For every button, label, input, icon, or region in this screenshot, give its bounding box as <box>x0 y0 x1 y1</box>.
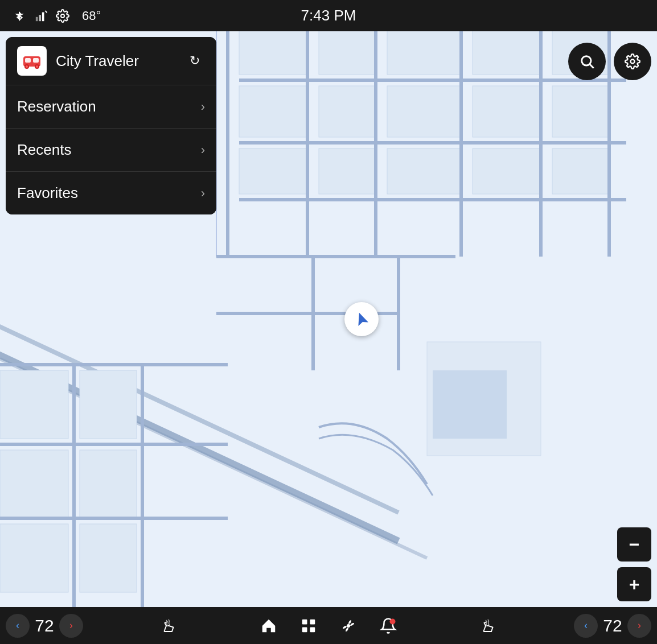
svg-point-61 <box>631 60 635 64</box>
reservation-label: Reservation <box>17 98 96 115</box>
left-temp-increase-button[interactable]: › <box>59 614 83 638</box>
svg-point-66 <box>347 624 350 627</box>
svg-rect-2 <box>42 12 44 21</box>
svg-rect-1 <box>39 15 41 21</box>
left-temp-decrease-button[interactable]: ‹ <box>6 614 30 638</box>
svg-rect-37 <box>80 450 137 518</box>
svg-rect-35 <box>80 370 137 439</box>
svg-rect-19 <box>473 148 541 194</box>
svg-rect-36 <box>0 450 68 518</box>
svg-rect-11 <box>239 86 307 137</box>
notification-icon[interactable] <box>374 612 403 640</box>
svg-rect-0 <box>36 16 38 20</box>
svg-point-67 <box>390 618 396 624</box>
svg-line-60 <box>590 64 593 68</box>
svg-rect-18 <box>387 148 461 194</box>
svg-rect-6 <box>239 31 307 75</box>
svg-rect-14 <box>473 86 541 137</box>
svg-rect-41 <box>433 370 507 439</box>
svg-rect-38 <box>0 524 68 592</box>
recents-label: Recents <box>17 141 71 159</box>
map-area: City Traveler ↻ Reservation › Recents › … <box>0 31 657 607</box>
svg-rect-62 <box>302 619 307 624</box>
chevron-favorites: › <box>201 186 205 201</box>
favorites-label: Favorites <box>17 184 78 202</box>
status-time: 7:43 PM <box>301 7 356 24</box>
map-settings-button[interactable] <box>614 43 651 80</box>
bottom-bar: ‹ 72 › <box>0 607 657 644</box>
status-bar: 68° 7:43 PM <box>0 0 657 31</box>
right-seat-heat-icon[interactable] <box>474 612 503 640</box>
left-seat-heat-icon[interactable] <box>155 612 183 640</box>
svg-rect-65 <box>310 627 315 632</box>
svg-point-57 <box>26 65 28 68</box>
svg-rect-7 <box>319 31 376 75</box>
svg-rect-8 <box>387 31 461 75</box>
chevron-recents: › <box>201 143 205 158</box>
chevron-reservation: › <box>201 100 205 114</box>
svg-rect-20 <box>552 148 609 194</box>
zoom-in-button[interactable]: + <box>617 567 651 601</box>
status-left: 68° <box>11 8 101 24</box>
left-temperature-display: 72 <box>33 616 56 635</box>
menu-item-reservation[interactable]: Reservation › <box>6 85 216 129</box>
svg-rect-15 <box>552 86 609 137</box>
svg-rect-63 <box>310 619 315 624</box>
svg-rect-13 <box>387 86 461 137</box>
app-title: City Traveler <box>56 52 184 70</box>
svg-rect-12 <box>319 86 376 137</box>
svg-rect-53 <box>25 58 31 63</box>
svg-rect-64 <box>302 627 307 632</box>
svg-rect-34 <box>0 370 68 439</box>
svg-marker-51 <box>354 311 368 326</box>
fan-icon[interactable] <box>334 612 363 640</box>
svg-point-59 <box>582 56 591 65</box>
refresh-button[interactable]: ↻ <box>184 51 205 71</box>
svg-rect-39 <box>80 524 137 592</box>
apps-icon[interactable] <box>294 612 323 640</box>
svg-line-3 <box>45 10 47 13</box>
bottom-center-icons <box>254 612 403 640</box>
app-menu: City Traveler ↻ Reservation › Recents › … <box>6 37 216 214</box>
signal-icon <box>33 8 49 24</box>
settings-status-icon <box>55 8 71 24</box>
right-temp-decrease-button[interactable]: ‹ <box>574 614 598 638</box>
svg-rect-9 <box>473 31 541 75</box>
home-icon[interactable] <box>254 612 283 640</box>
search-button[interactable] <box>568 43 606 80</box>
right-temp-control: ‹ 72 › <box>574 614 651 638</box>
location-marker <box>344 302 379 336</box>
menu-item-favorites[interactable]: Favorites › <box>6 172 216 214</box>
left-temp-control: ‹ 72 › <box>6 614 83 638</box>
status-temperature: 68° <box>82 9 101 23</box>
right-temperature-display: 72 <box>601 616 624 635</box>
svg-point-4 <box>61 14 64 18</box>
right-temp-increase-button[interactable]: › <box>627 614 651 638</box>
svg-rect-54 <box>33 58 39 63</box>
bluetooth-icon <box>11 8 27 24</box>
svg-rect-16 <box>239 148 307 194</box>
zoom-out-button[interactable]: − <box>617 527 651 562</box>
svg-point-58 <box>36 65 38 68</box>
menu-header: City Traveler ↻ <box>6 37 216 85</box>
app-icon-box <box>17 46 47 76</box>
svg-rect-17 <box>319 148 376 194</box>
menu-item-recents[interactable]: Recents › <box>6 129 216 172</box>
